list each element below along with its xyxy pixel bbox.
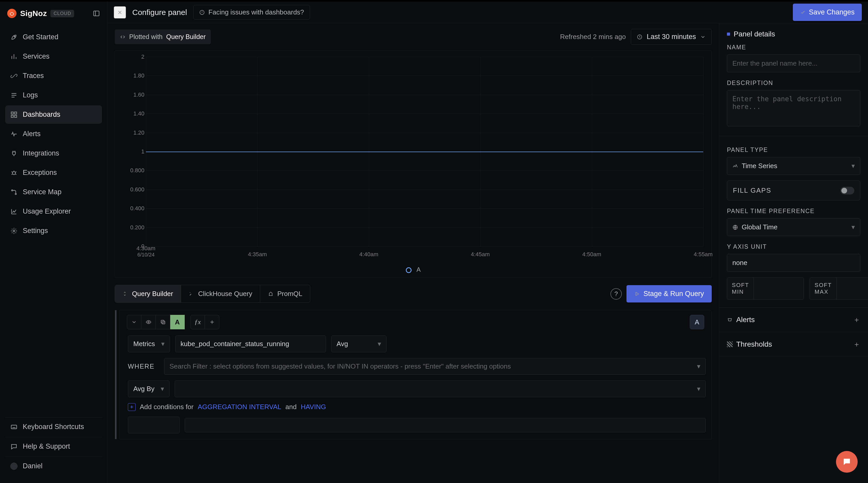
source-type-select[interactable]: Metrics ▾ <box>128 335 170 352</box>
y-tick: 0.800 <box>121 167 145 174</box>
y-axis-unit-select[interactable]: none <box>727 254 860 272</box>
plus-icon[interactable]: ＋ <box>853 340 860 349</box>
chevron-down-icon: ▾ <box>851 223 855 231</box>
where-filter-input[interactable]: Search Filter : select options from sugg… <box>164 358 706 375</box>
sidebar-item-integrations[interactable]: Integrations <box>5 144 102 162</box>
sidebar-item-label: Daniel <box>23 462 43 470</box>
query-badge[interactable]: A <box>690 315 704 329</box>
svg-point-7 <box>12 171 16 174</box>
sidebar-item-keyboard-shortcuts[interactable]: Keyboard Shortcuts <box>5 417 102 436</box>
close-button[interactable] <box>114 6 126 19</box>
panel-type-label: PANEL TYPE <box>727 147 860 154</box>
legend-marker-icon <box>406 267 411 273</box>
query-toolbar: A ƒx A <box>122 310 711 334</box>
eye-icon[interactable] <box>141 315 156 329</box>
refreshed-label: Refreshed 2 mins ago <box>560 33 626 41</box>
sidebar-item-logs[interactable]: Logs <box>5 86 102 104</box>
tab-promql[interactable]: PromQL <box>260 285 310 302</box>
add-link-having[interactable]: HAVING <box>301 403 326 411</box>
soft-max-input[interactable] <box>837 278 868 299</box>
sidebar-item-profile[interactable]: Daniel <box>5 457 102 475</box>
sidebar-item-services[interactable]: Services <box>5 47 102 66</box>
svg-point-14 <box>148 321 149 323</box>
group-by-value-input[interactable]: ▾ <box>175 381 706 397</box>
x-tick: 4:55am <box>693 251 712 258</box>
metric-input[interactable]: kube_pod_container_status_running <box>175 335 326 352</box>
chat-fab[interactable] <box>836 451 858 473</box>
panel-type-select[interactable]: Time Series ▾ <box>727 157 860 175</box>
sidebar-item-service-map[interactable]: Service Map <box>5 183 102 201</box>
square-dot-icon <box>727 33 730 36</box>
function-icon[interactable]: ƒx <box>190 315 205 329</box>
wave-icon <box>10 130 18 138</box>
chevron-down-icon: ▾ <box>851 162 855 170</box>
plus-icon[interactable]: ＋ <box>853 315 860 325</box>
add-function-icon[interactable] <box>205 315 219 329</box>
svg-point-10 <box>13 230 15 232</box>
sidebar-item-label: Traces <box>23 72 44 80</box>
fill-gaps-toggle[interactable] <box>840 187 854 194</box>
stage-run-button[interactable]: Stage & Run Query <box>626 285 712 302</box>
name-label: NAME <box>727 44 860 51</box>
bug-icon <box>10 169 18 176</box>
group-by-select[interactable]: Avg By ▾ <box>128 381 169 397</box>
x-tick: 4:50am <box>582 251 601 258</box>
tab-clickhouse[interactable]: ClickHouse Query <box>181 285 260 302</box>
soft-min-input[interactable] <box>754 278 804 299</box>
copy-icon[interactable] <box>156 315 170 329</box>
metric-value: kube_pod_container_status_running <box>181 340 289 348</box>
topbar: Configure panel Facing issues with dashb… <box>107 2 868 23</box>
tab-query-builder[interactable]: Query Builder <box>115 285 181 302</box>
panel-name-input[interactable] <box>727 55 860 72</box>
extra-select-left[interactable] <box>128 417 180 433</box>
sidebar-item-exceptions[interactable]: Exceptions <box>5 163 102 182</box>
aggregation-label: Avg <box>337 340 348 348</box>
sidebar-item-alerts[interactable]: Alerts <box>5 125 102 143</box>
plotted-with-pill: Plotted with Query Builder <box>115 29 211 44</box>
description-label: DESCRIPTION <box>727 79 860 87</box>
time-range-select[interactable]: Last 30 minutes <box>631 29 712 45</box>
query-mode-row: Query Builder ClickHouse Query PromQL ? … <box>107 278 719 308</box>
thresholds-title: Thresholds <box>736 340 772 348</box>
sidebar-item-help-support[interactable]: Help & Support <box>5 437 102 456</box>
panel-left-icon[interactable] <box>93 10 100 17</box>
save-button[interactable]: Save Changes <box>793 4 862 21</box>
y-tick: 2 <box>121 54 145 60</box>
aggregation-select[interactable]: Avg ▾ <box>331 335 386 352</box>
help-icon[interactable]: ? <box>611 288 622 300</box>
chevron-down-icon <box>172 421 174 429</box>
logs-icon <box>10 92 18 99</box>
sidebar-item-label: Keyboard Shortcuts <box>23 423 84 431</box>
sidebar-item-dashboards[interactable]: Dashboards <box>5 105 102 124</box>
query-letter-chip[interactable]: A <box>170 315 185 329</box>
sidebar-item-usage-explorer[interactable]: Usage Explorer <box>5 202 102 221</box>
extra-select-right[interactable] <box>185 418 706 432</box>
soft-min-field[interactable]: SOFT MIN <box>727 278 804 300</box>
sidebar-item-get-started[interactable]: Get Started <box>5 28 102 46</box>
sidebar-header: SigNoz CLOUD <box>0 2 107 25</box>
x-tick: 4:45am <box>471 251 490 258</box>
collapse-icon[interactable] <box>127 315 141 329</box>
soft-max-label: SOFT MAX <box>810 278 836 299</box>
add-link-aggregation[interactable]: AGGREGATION INTERVAL <box>197 403 281 411</box>
sidebar-item-traces[interactable]: Traces <box>5 67 102 85</box>
sidebar-item-label: Integrations <box>23 149 59 157</box>
panel-description-input[interactable] <box>727 90 860 126</box>
chart-legend: A <box>115 266 711 273</box>
gear-icon <box>10 227 18 234</box>
panel-details-head: Panel details <box>727 30 860 38</box>
series-line <box>146 152 703 152</box>
soft-max-field[interactable]: SOFT MAX <box>810 278 868 300</box>
alerts-section[interactable]: Alerts ＋ <box>719 308 868 332</box>
issues-callout[interactable]: Facing issues with dashboards? <box>193 5 310 20</box>
add-conditions-row[interactable]: + Add conditions for AGGREGATION INTERVA… <box>128 403 706 411</box>
chevron-down-icon: ▾ <box>161 340 164 348</box>
plotted-prefix: Plotted with <box>129 33 162 40</box>
panel-time-pref-select[interactable]: Global Time ▾ <box>727 218 860 236</box>
sidebar-item-settings[interactable]: Settings <box>5 222 102 240</box>
group-by-label: Avg By <box>133 385 154 393</box>
panel-type-value: Time Series <box>742 162 777 170</box>
tab-label: ClickHouse Query <box>198 290 252 298</box>
thresholds-section[interactable]: Thresholds ＋ <box>719 332 868 357</box>
route-icon <box>10 189 18 196</box>
